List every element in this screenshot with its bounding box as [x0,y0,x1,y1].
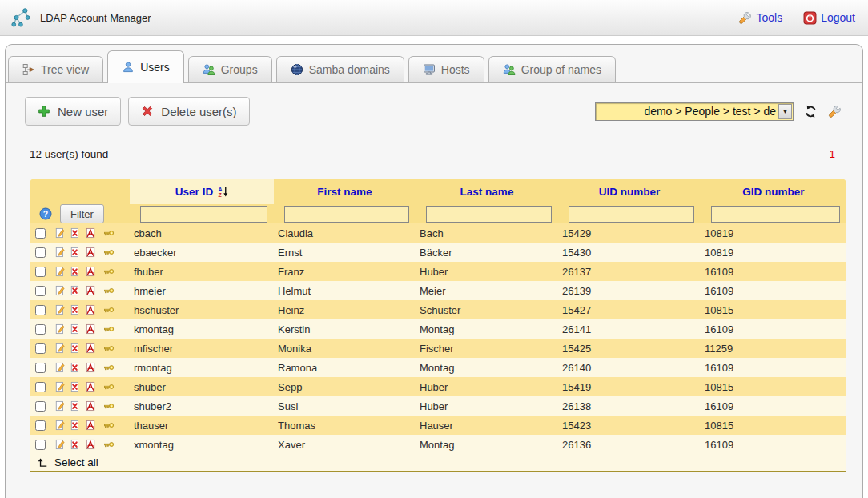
delete-icon[interactable] [70,227,81,239]
key-icon[interactable] [103,304,115,315]
edit-icon[interactable] [54,362,66,373]
edit-icon[interactable] [54,227,66,239]
select-all-button[interactable]: Select all [34,456,846,468]
key-icon[interactable] [103,285,115,296]
cell-user-id[interactable]: ebaecker [130,243,274,262]
delete-icon[interactable] [70,323,81,335]
tab-users[interactable]: Users [107,50,184,83]
row-checkbox[interactable] [35,401,46,412]
edit-icon[interactable] [54,323,66,335]
key-icon[interactable] [103,247,115,258]
pdf-icon[interactable] [85,266,96,277]
pdf-icon[interactable] [85,381,96,392]
row-checkbox[interactable] [35,343,46,354]
row-checkbox[interactable] [35,247,46,258]
delete-icon[interactable] [70,247,81,258]
edit-icon[interactable] [54,381,66,392]
delete-icon[interactable] [70,304,81,315]
pdf-icon[interactable] [85,285,96,296]
tools-link[interactable]: Tools [738,11,782,25]
edit-icon[interactable] [54,304,66,315]
pdf-icon[interactable] [85,343,96,354]
pdf-icon[interactable] [85,439,96,450]
chevron-down-icon[interactable]: ▼ [778,104,792,119]
edit-icon[interactable] [54,285,66,296]
new-user-button[interactable]: New user [25,97,121,126]
delete-icon[interactable] [70,362,81,373]
row-checkbox[interactable] [35,363,46,373]
pdf-icon[interactable] [85,362,96,373]
filter-input-user-id[interactable] [140,206,267,223]
list-settings-button[interactable] [828,105,842,118]
delete-icon[interactable] [70,343,81,354]
row-checkbox[interactable] [35,305,46,315]
edit-icon[interactable] [54,247,66,258]
delete-icon[interactable] [70,420,81,431]
cell-user-id[interactable]: shuber2 [130,396,274,416]
key-icon[interactable] [103,227,115,239]
cell-user-id[interactable]: fhuber [130,262,274,281]
filter-input-gid-number[interactable] [711,206,840,223]
key-icon[interactable] [103,439,115,450]
help-icon[interactable] [39,207,52,220]
filter-input-uid-number[interactable] [569,206,694,223]
cell-user-id[interactable]: kmontag [130,319,274,339]
cell-user-id[interactable]: rmontag [130,358,274,377]
edit-icon[interactable] [54,400,66,412]
tab-group-of-names[interactable]: Group of names [488,56,616,82]
key-icon[interactable] [103,343,115,354]
key-icon[interactable] [103,420,115,431]
row-checkbox[interactable] [35,440,46,450]
cell-user-id[interactable]: hmeier [130,281,274,300]
row-checkbox[interactable] [35,267,46,277]
page-number[interactable]: 1 [829,148,835,160]
filter-input-first-name[interactable] [284,206,409,223]
pdf-icon[interactable] [85,420,96,431]
pdf-icon[interactable] [85,400,96,412]
header-uid-number[interactable]: UID number [558,179,701,204]
edit-icon[interactable] [54,439,66,450]
row-checkbox[interactable] [35,228,46,239]
row-checkbox[interactable] [35,286,46,296]
cell-user-id[interactable]: hschuster [130,300,274,319]
header-gid-number[interactable]: GID number [701,179,846,204]
delete-icon[interactable] [70,400,81,412]
suffix-select[interactable]: demo > People > test > de ▼ [595,102,794,121]
filter-input-last-name[interactable] [426,206,552,223]
cell-user-id[interactable]: xmontag [130,435,274,454]
pdf-icon[interactable] [85,304,96,315]
tab-tree-view[interactable]: Tree view [8,56,103,82]
row-checkbox[interactable] [35,382,46,392]
key-icon[interactable] [103,362,115,373]
filter-button[interactable]: Filter [60,204,104,223]
cell-user-id[interactable]: thauser [130,416,274,435]
delete-users-button[interactable]: Delete user(s) [128,97,249,126]
header-last-name[interactable]: Last name [416,179,558,204]
cell-user-id[interactable]: mfischer [130,339,274,358]
tab-hosts[interactable]: Hosts [408,56,484,82]
key-icon[interactable] [103,323,115,335]
cell-user-id[interactable]: cbach [130,223,274,243]
header-first-name[interactable]: First name [274,179,416,204]
logout-link[interactable]: Logout [803,11,855,25]
delete-icon[interactable] [70,266,81,277]
cell-user-id[interactable]: shuber [130,377,274,396]
tab-samba-domains[interactable]: Samba domains [276,56,404,82]
pdf-icon[interactable] [85,227,96,239]
row-checkbox[interactable] [35,420,46,431]
edit-icon[interactable] [54,266,66,277]
delete-icon[interactable] [70,285,81,296]
tab-groups[interactable]: Groups [188,56,272,82]
pdf-icon[interactable] [85,247,96,258]
delete-icon[interactable] [70,439,81,450]
key-icon[interactable] [103,400,115,412]
row-checkbox[interactable] [35,324,46,335]
edit-icon[interactable] [54,420,66,431]
edit-icon[interactable] [54,343,66,354]
key-icon[interactable] [103,266,115,277]
delete-icon[interactable] [70,381,81,392]
key-icon[interactable] [103,381,115,392]
header-user-id[interactable]: User ID [130,179,274,204]
refresh-button[interactable] [804,105,818,118]
pdf-icon[interactable] [85,323,96,335]
